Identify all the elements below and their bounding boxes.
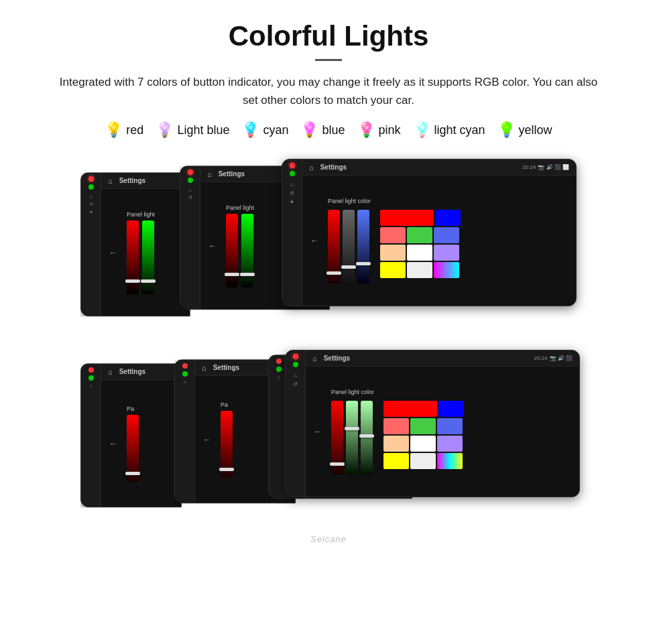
- settings-label-3: Settings: [320, 164, 347, 171]
- cell-lightgray-1[interactable]: [407, 262, 432, 278]
- cell-blue-2[interactable]: [434, 227, 459, 243]
- thumb-m-3: [341, 265, 356, 269]
- slider-r-3[interactable]: [328, 210, 340, 283]
- left-panel-1: ⌂ ↺ ✦: [81, 173, 101, 316]
- back-arrow-1[interactable]: ←: [109, 248, 117, 257]
- left-panel-b1: ⌂: [81, 364, 101, 507]
- home-b1: ⌂: [108, 368, 113, 376]
- watermark-text: Seicane: [310, 534, 347, 544]
- slider-r-1[interactable]: [127, 220, 139, 294]
- slider-g-b4[interactable]: [346, 401, 358, 474]
- color-label-pink: pink: [379, 123, 401, 137]
- sliders-2: [226, 214, 254, 287]
- left-panel-b2: ⌂: [175, 360, 195, 503]
- bulb-cyan: 💡: [241, 121, 259, 139]
- back-b1[interactable]: ←: [109, 439, 117, 448]
- home-b2: ⌂: [202, 364, 206, 372]
- indicator-green-2: [188, 178, 193, 183]
- sb-icon-b3: ⌂: [277, 375, 280, 379]
- palette-row-3: [380, 245, 461, 261]
- sidebar-back-3: ↺: [290, 190, 294, 196]
- screen-header-b4: ⌂ Settings 20:24 📷 🔊 ⬛: [306, 350, 579, 367]
- cell-yellow-1[interactable]: [380, 262, 406, 278]
- screen-body-b4: ← Panel light color: [306, 367, 579, 497]
- icons-b4: 📷 🔊 ⬛: [550, 355, 573, 361]
- sliders-1: [127, 220, 155, 294]
- indicator-red-1: [88, 176, 94, 182]
- slider-rb1[interactable]: [127, 415, 139, 482]
- panel-title-b1: Pa: [127, 405, 139, 412]
- time-3: 20:24: [522, 164, 536, 170]
- cell-purple-1[interactable]: [434, 245, 459, 261]
- cell-pink-1[interactable]: [380, 227, 406, 243]
- palette-row-4: [380, 262, 461, 278]
- cell-white-b1[interactable]: [410, 436, 436, 452]
- cell-blue-1[interactable]: [435, 210, 461, 226]
- slider-g-1[interactable]: [142, 220, 154, 294]
- palette-row-2: [380, 227, 461, 243]
- home-icon-2: ⌂: [207, 170, 212, 178]
- cell-red-full-b[interactable]: [383, 401, 437, 417]
- indicator-green-3: [290, 171, 295, 176]
- thumb-r-2: [225, 273, 239, 276]
- cell-white-1[interactable]: [407, 245, 432, 261]
- watermark: Seicane: [310, 534, 347, 544]
- color-item-lightblue: 💡 Light blue: [156, 121, 229, 139]
- settings-b4: Settings: [324, 355, 350, 362]
- cell-blue-b2[interactable]: [437, 418, 463, 434]
- color-item-red: 💡 red: [105, 121, 143, 139]
- cell-multi-1[interactable]: [434, 262, 459, 278]
- back-b4[interactable]: ←: [314, 427, 322, 436]
- cell-green-b1[interactable]: [410, 418, 436, 434]
- settings-label-2: Settings: [219, 170, 245, 178]
- screen-bot-4: ⌂ ↺ ⌂ Settings 20:24 📷 🔊 ⬛: [286, 350, 579, 497]
- slider-b-3[interactable]: [357, 210, 369, 283]
- device-bot-4: ⌂ ↺ ⌂ Settings 20:24 📷 🔊 ⬛: [285, 350, 580, 497]
- panel-title-2: Panel light: [226, 204, 254, 211]
- slider-m-3[interactable]: [343, 210, 355, 283]
- slider-rb2[interactable]: [221, 411, 233, 478]
- settings-label-1: Settings: [119, 177, 145, 184]
- cell-multi-b1[interactable]: [437, 453, 463, 469]
- slider-g-2[interactable]: [241, 214, 253, 287]
- ind-green-b3: [276, 367, 282, 372]
- ind-red-b1: [88, 367, 94, 373]
- cell-purple-b1[interactable]: [437, 436, 463, 452]
- time-b4: 20:24: [534, 355, 548, 361]
- cell-orange-1[interactable]: [380, 245, 406, 261]
- ind-red-b4: [293, 354, 298, 359]
- color-label-red: red: [126, 123, 143, 137]
- bot4-sliders: [331, 401, 373, 474]
- settings-b2: Settings: [213, 364, 239, 371]
- palette-row-b1: [383, 401, 464, 417]
- cell-pink-b1[interactable]: [383, 418, 409, 434]
- page-description: Integrated with 7 colors of button indic…: [54, 73, 603, 109]
- sb-home-b4: ⌂: [294, 373, 297, 379]
- panel-content-2: Panel light: [226, 204, 254, 287]
- color-palette-top: [380, 210, 461, 278]
- back-arrow-2[interactable]: ←: [208, 241, 217, 251]
- screen-body-3: ← Panel light color: [302, 176, 576, 306]
- cell-lightgray-b1[interactable]: [410, 453, 436, 469]
- cell-red-full[interactable]: [380, 210, 434, 226]
- cell-blue-b1[interactable]: [438, 401, 464, 417]
- panel-title-b4: Panel light color: [331, 389, 464, 395]
- bulb-red: 💡: [105, 121, 123, 139]
- color-palette-bot: [383, 401, 464, 469]
- color-item-pink: 💡 pink: [357, 121, 401, 139]
- back-b2[interactable]: ←: [203, 435, 211, 444]
- panel-b2: Pa: [221, 401, 233, 478]
- cell-green-1[interactable]: [407, 227, 432, 243]
- cell-yellow-b1[interactable]: [383, 453, 409, 469]
- back-arrow-3[interactable]: ←: [310, 236, 318, 245]
- indicator-red-2: [188, 170, 193, 175]
- sb-icon-b1: ⌂: [89, 383, 92, 388]
- slider-r-b4[interactable]: [331, 401, 343, 474]
- bulb-lightblue: 💡: [156, 121, 174, 139]
- right-content-3: ⌂ Settings 20:24 📷 🔊 ⬛ ⬜ ← Panel light c…: [302, 159, 576, 306]
- thumb-g2-b4: [359, 434, 374, 438]
- sidebar-icon-1: ⌂: [89, 194, 92, 199]
- cell-orange-b1[interactable]: [383, 436, 409, 452]
- slider-r-2[interactable]: [226, 214, 238, 287]
- slider-g2-b4[interactable]: [361, 401, 373, 474]
